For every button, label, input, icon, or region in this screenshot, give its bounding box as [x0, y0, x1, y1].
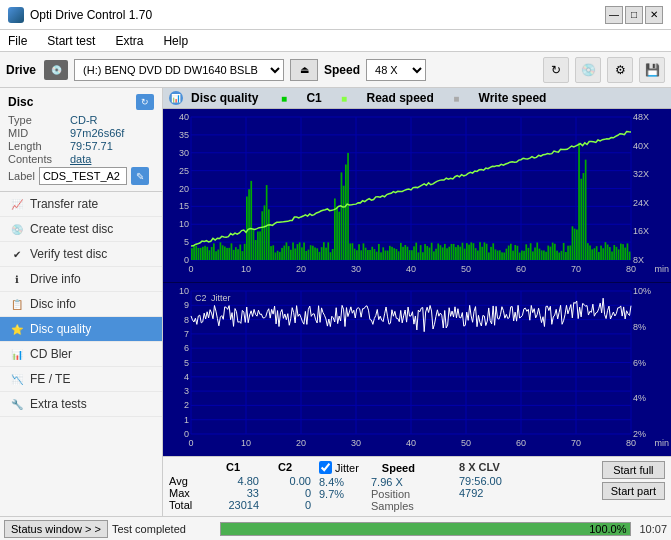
stats-c1-c2-table: C1 C2 Avg 4.80 0.00 Max 33 0 Total 23014…	[169, 461, 311, 511]
nav-cd-bler-label: CD Bler	[30, 347, 72, 361]
nav-cd-bler[interactable]: 📊 CD Bler	[0, 342, 162, 367]
transfer-rate-icon: 📈	[10, 197, 24, 211]
nav-disc-info[interactable]: 📋 Disc info	[0, 292, 162, 317]
left-panel: Disc ↻ Type CD-R MID 97m26s66f Length 79…	[0, 88, 163, 516]
nav-verify-test-disc[interactable]: ✔ Verify test disc	[0, 242, 162, 267]
stats-total-jitter-empty	[319, 500, 371, 512]
legend-write-speed: Write speed	[479, 91, 547, 105]
label-text: Label	[8, 170, 35, 182]
progress-text: 100.0%	[589, 523, 626, 535]
speed-label: Speed	[324, 63, 360, 77]
nav-transfer-rate-label: Transfer rate	[30, 197, 98, 211]
toolbar: Drive 💿 (H:) BENQ DVD DD DW1640 BSLB ⏏ S…	[0, 52, 671, 88]
stats-avg-c1: 4.80	[207, 475, 259, 487]
menu-bar: File Start test Extra Help	[0, 30, 671, 52]
drive-select[interactable]: (H:) BENQ DVD DD DW1640 BSLB	[74, 59, 284, 81]
disc-refresh-button[interactable]: ↻	[136, 94, 154, 110]
window-controls[interactable]: — □ ✕	[605, 6, 663, 24]
start-full-button[interactable]: Start full	[602, 461, 665, 479]
charts-area	[163, 109, 671, 456]
drive-info-icon: ℹ	[10, 272, 24, 286]
stats-total-c2: 0	[259, 499, 311, 511]
stats-max-c1: 33	[207, 487, 259, 499]
chart2-canvas	[163, 283, 671, 456]
disc-type-value: CD-R	[70, 114, 98, 126]
nav-fe-te-label: FE / TE	[30, 372, 70, 386]
chart2-container	[163, 283, 671, 456]
disc-section: Disc ↻ Type CD-R MID 97m26s66f Length 79…	[0, 88, 162, 192]
jitter-checkbox[interactable]	[319, 461, 332, 474]
stats-speed-unit: 8 X CLV	[459, 461, 502, 473]
stats-avg-speed: 7.96 X	[371, 476, 451, 488]
drive-label: Drive	[6, 63, 36, 77]
stats-col-empty	[169, 461, 207, 473]
chart-header-title: Disc quality	[191, 91, 258, 105]
nav-fe-te[interactable]: 📉 FE / TE	[0, 367, 162, 392]
nav-extra-tests-label: Extra tests	[30, 397, 87, 411]
disc-mid-label: MID	[8, 127, 70, 139]
legend-c1: C1	[306, 91, 321, 105]
bottom-bar: Status window > > Test completed 100.0% …	[0, 516, 671, 540]
nav-transfer-rate[interactable]: 📈 Transfer rate	[0, 192, 162, 217]
label-input[interactable]	[39, 167, 127, 185]
cd-bler-icon: 📊	[10, 347, 24, 361]
maximize-button[interactable]: □	[625, 6, 643, 24]
start-part-button[interactable]: Start part	[602, 482, 665, 500]
create-test-disc-icon: 💿	[10, 222, 24, 236]
menu-help[interactable]: Help	[159, 32, 192, 50]
disc-quality-icon: ⭐	[10, 322, 24, 336]
nav-create-test-disc[interactable]: 💿 Create test disc	[0, 217, 162, 242]
toolbar-save-button[interactable]: 💾	[639, 57, 665, 83]
disc-info-icon: 📋	[10, 297, 24, 311]
stats-max-c2: 0	[259, 487, 311, 499]
nav-drive-info-label: Drive info	[30, 272, 81, 286]
nav-create-test-disc-label: Create test disc	[30, 222, 113, 236]
stats-total-label: Total	[169, 499, 207, 511]
nav-drive-info[interactable]: ℹ Drive info	[0, 267, 162, 292]
menu-extra[interactable]: Extra	[111, 32, 147, 50]
nav-disc-quality[interactable]: ⭐ Disc quality	[0, 317, 162, 342]
speed-header: Speed	[382, 462, 415, 474]
close-button[interactable]: ✕	[645, 6, 663, 24]
stats-max-label: Max	[169, 487, 207, 499]
stats-col-c1-header: C1	[207, 461, 259, 473]
status-window-button[interactable]: Status window > >	[4, 520, 108, 538]
toolbar-settings-button[interactable]: ⚙	[607, 57, 633, 83]
disc-length-label: Length	[8, 140, 70, 152]
stats-max-position-label: Position	[371, 488, 451, 500]
stats-avg-label: Avg	[169, 475, 207, 487]
right-panel: 📊 Disc quality ■ C1 ■ Read speed ■ Write…	[163, 88, 671, 516]
toolbar-disc-button[interactable]: 💿	[575, 57, 601, 83]
legend-read-speed: Read speed	[367, 91, 434, 105]
nav-disc-info-label: Disc info	[30, 297, 76, 311]
speed-select[interactable]: 48 X	[366, 59, 426, 81]
disc-contents-value[interactable]: data	[70, 153, 91, 165]
stats-area: C1 C2 Avg 4.80 0.00 Max 33 0 Total 23014…	[163, 456, 671, 516]
chart1-container	[163, 109, 671, 283]
chart1-canvas	[163, 109, 671, 282]
chart-header: 📊 Disc quality ■ C1 ■ Read speed ■ Write…	[163, 88, 671, 109]
progress-bar: 100.0%	[220, 522, 632, 536]
nav-verify-test-disc-label: Verify test disc	[30, 247, 107, 261]
label-edit-button[interactable]: ✎	[131, 167, 149, 185]
nav-extra-tests[interactable]: 🔧 Extra tests	[0, 392, 162, 417]
stats-max-jitter: 9.7%	[319, 488, 371, 500]
jitter-label: Jitter	[335, 462, 359, 474]
disc-mid-value: 97m26s66f	[70, 127, 124, 139]
minimize-button[interactable]: —	[605, 6, 623, 24]
disc-contents-label: Contents	[8, 153, 70, 165]
toolbar-refresh-button[interactable]: ↻	[543, 57, 569, 83]
menu-file[interactable]: File	[4, 32, 31, 50]
disc-title: Disc	[8, 95, 33, 109]
stats-position: 79:56.00	[459, 475, 502, 487]
menu-start-test[interactable]: Start test	[43, 32, 99, 50]
chart-header-icon: 📊	[169, 91, 183, 105]
nav-disc-quality-label: Disc quality	[30, 322, 91, 336]
verify-test-disc-icon: ✔	[10, 247, 24, 261]
stats-samples-label: Samples	[371, 500, 451, 512]
stats-col-c2-header: C2	[259, 461, 311, 473]
time-display: 10:07	[639, 523, 667, 535]
eject-button[interactable]: ⏏	[290, 59, 318, 81]
title-bar: Opti Drive Control 1.70 — □ ✕	[0, 0, 671, 30]
stats-right-values: 8 X CLV 79:56.00 4792	[459, 461, 502, 499]
